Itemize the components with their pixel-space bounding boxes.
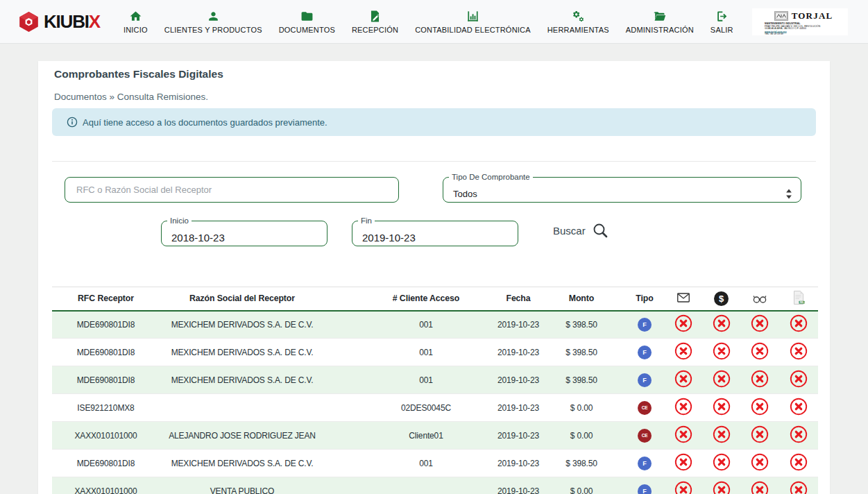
envelope-icon <box>676 290 691 305</box>
open-folder-icon <box>653 10 666 23</box>
cell: MEXICHEM DERIVADOS S.A. DE C.V. <box>160 339 325 366</box>
main-nav: INICIOCLIENTES Y PRODUCTOSDOCUMENTOSRECE… <box>124 10 733 34</box>
cancel-view-button-cell <box>740 450 778 477</box>
cancel-email-button[interactable] <box>674 314 693 333</box>
tipo-cell: F <box>615 311 664 339</box>
cancel-payment-button[interactable] <box>712 425 731 444</box>
cell: $ 0.00 <box>555 422 615 450</box>
documents-table: RFC ReceptorRazón Social del Receptor# C… <box>52 287 818 494</box>
kiubix-logo[interactable]: KIUBIX <box>17 10 100 33</box>
search-icon <box>592 222 609 239</box>
cell: 02DES0045C <box>325 394 472 422</box>
cancel-view-button[interactable] <box>750 397 769 416</box>
cell: MEXICHEM DERIVADOS S.A. DE C.V. <box>160 366 325 394</box>
nav-item-herramientas[interactable]: HERRAMIENTAS <box>547 10 609 34</box>
cancel-payment-button[interactable] <box>712 341 731 361</box>
table-row: XAXX010101000ALEJANDRO JOSE RODRIGUEZ JE… <box>52 422 818 450</box>
cancel-xml-button[interactable] <box>789 452 808 472</box>
nav-item-recepci-n[interactable]: RECEPCIÓN <box>352 10 398 34</box>
cancel-view-button[interactable] <box>750 369 769 389</box>
buscar-label: Buscar <box>553 225 586 237</box>
nav-label: RECEPCIÓN <box>352 26 398 34</box>
nav-item-administraci-n[interactable]: ADMINISTRACIÓN <box>626 10 694 34</box>
cancel-email-button[interactable] <box>674 341 693 361</box>
cancel-email-button[interactable] <box>674 452 693 472</box>
cancel-payment-button[interactable] <box>712 369 731 389</box>
cancel-email-button[interactable] <box>674 480 693 494</box>
table-row: MDE690801DI8MEXICHEM DERIVADOS S.A. DE C… <box>52 366 818 394</box>
inicio-value: 2018-10-23 <box>171 232 225 244</box>
page-title: Comprobantes Fiscales Digitales <box>54 68 223 80</box>
cancel-xml-button-cell <box>778 366 818 394</box>
cancel-view-button-cell <box>740 422 778 450</box>
cancel-payment-button[interactable] <box>712 480 731 494</box>
cancel-email-button[interactable] <box>674 369 693 389</box>
updown-arrows-icon[interactable] <box>785 189 792 199</box>
cancel-view-button[interactable] <box>750 314 769 333</box>
cancel-xml-button[interactable] <box>789 480 808 494</box>
tipo-badge: CE <box>638 429 652 443</box>
rfc-input[interactable] <box>65 185 398 195</box>
cancel-xml-button[interactable] <box>789 425 808 444</box>
inicio-field[interactable]: Inicio 2018-10-23 <box>161 216 327 246</box>
document-edit-icon <box>368 10 382 23</box>
nav-item-inicio[interactable]: INICIO <box>124 10 148 34</box>
info-alert: Aquí tiene acceso a los documentos guard… <box>52 108 816 136</box>
cell: 2019-10-23 <box>472 339 555 366</box>
cell: 2019-10-23 <box>472 394 555 422</box>
cancel-xml-button[interactable] <box>789 397 808 416</box>
nav-item-clientes-y-productos[interactable]: CLIENTES Y PRODUCTOS <box>164 10 262 34</box>
fin-field[interactable]: Fin 2019-10-23 <box>352 216 518 246</box>
nav-item-contabilidad-electr-nica[interactable]: CONTABILIDAD ELECTRÓNICA <box>415 10 531 34</box>
buscar-button[interactable]: Buscar <box>553 219 609 242</box>
cancel-email-button[interactable] <box>674 425 693 444</box>
tipo-badge: F <box>638 318 652 332</box>
cell: XAXX010101000 <box>52 422 160 450</box>
info-icon <box>67 117 78 128</box>
cancel-view-button[interactable] <box>750 341 769 361</box>
cancel-payment-button[interactable] <box>712 397 731 416</box>
cell: ALEJANDRO JOSE RODRIGUEZ JEAN <box>160 422 325 450</box>
col-header: Monto <box>555 287 615 311</box>
cell: MEXICHEM DERIVADOS S.A. DE C.V. <box>160 450 325 477</box>
cancel-xml-button[interactable] <box>789 369 808 389</box>
nav-label: INICIO <box>124 26 148 34</box>
nav-item-salir[interactable]: SALIR <box>710 10 733 34</box>
content-card: Comprobantes Fiscales Digitales Document… <box>38 61 830 494</box>
cell: 001 <box>325 366 472 394</box>
divider <box>52 161 816 162</box>
cancel-email-button-cell <box>664 311 702 339</box>
inicio-label: Inicio <box>167 216 192 225</box>
cell <box>325 477 472 494</box>
tipo-badge: CE <box>638 401 652 415</box>
cancel-xml-button-cell <box>778 477 818 494</box>
table-header-row: RFC ReceptorRazón Social del Receptor# C… <box>52 287 818 311</box>
torjal-logo: TORJAL MANTENIMIENTO INDUSTRIALFRAY FELI… <box>752 8 848 35</box>
cell: 2019-10-23 <box>472 477 555 494</box>
cancel-email-button-cell <box>664 366 702 394</box>
glasses-icon <box>751 289 768 306</box>
cancel-payment-button-cell <box>702 339 740 366</box>
table-row: MDE690801DI8MEXICHEM DERIVADOS S.A. DE C… <box>52 339 818 366</box>
cancel-payment-button[interactable] <box>712 452 731 472</box>
cancel-xml-button[interactable] <box>789 314 808 333</box>
cancel-view-button[interactable] <box>750 425 769 444</box>
cancel-xml-button[interactable] <box>789 341 808 361</box>
torjal-address: MANTENIMIENTO INDUSTRIALFRAY FELIPE GALV… <box>765 22 848 35</box>
tipo-cell: F <box>615 366 664 394</box>
nav-label: HERRAMIENTAS <box>547 26 609 34</box>
fin-label: Fin <box>358 216 375 225</box>
cancel-email-button[interactable] <box>674 397 693 416</box>
cell: 2019-10-23 <box>472 366 555 394</box>
cancel-xml-button-cell <box>778 394 818 422</box>
tipo-select[interactable]: Tipo De Comprobante Todos <box>443 173 801 203</box>
cell: 2019-10-23 <box>472 450 555 477</box>
cancel-view-button[interactable] <box>750 452 769 472</box>
cancel-email-button-cell <box>664 477 702 494</box>
col-header-xml-file-icon: XML <box>778 287 818 311</box>
cancel-view-button[interactable] <box>750 480 769 494</box>
nav-item-documentos[interactable]: DOCUMENTOS <box>279 10 335 34</box>
cancel-payment-button[interactable] <box>712 314 731 333</box>
fin-value: 2019-10-23 <box>362 232 416 244</box>
cell: ISE921210MX8 <box>52 394 160 422</box>
